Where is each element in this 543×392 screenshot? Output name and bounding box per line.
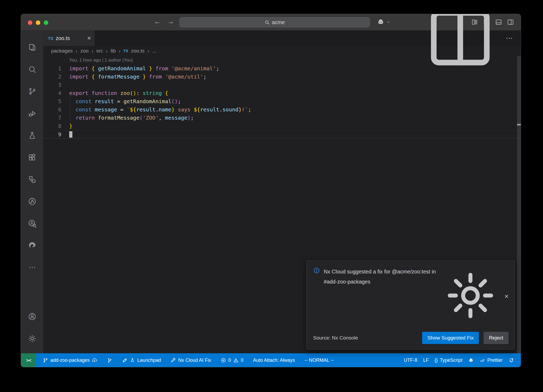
language-mode-item[interactable]: {} TypeScript xyxy=(432,353,465,367)
code-line-2[interactable]: 2import { formatMessage } from '@acme/ut… xyxy=(43,73,521,81)
chevron-separator: › xyxy=(106,48,108,54)
flask-icon xyxy=(130,358,135,363)
notification-close-icon[interactable]: × xyxy=(505,293,509,300)
git-branch-item[interactable]: add-zoo-packages xyxy=(40,353,100,367)
line-number: 7 xyxy=(43,114,61,122)
code-line-5[interactable]: 5 const result = getRandomAnimal(); xyxy=(43,97,521,106)
line-content xyxy=(61,130,72,138)
code-line-9[interactable]: 9 xyxy=(43,130,521,138)
chevron-down-icon xyxy=(386,20,391,24)
show-suggested-fix-button[interactable]: Show Suggested Fix xyxy=(422,332,479,344)
line-number: 5 xyxy=(43,97,61,106)
edge-icon xyxy=(28,241,37,250)
encoding-item[interactable]: UTF-8 xyxy=(401,353,420,367)
git-graph-item[interactable] xyxy=(104,353,115,367)
formatter-item[interactable]: Prettier xyxy=(477,353,506,367)
vim-mode-label: -- NORMAL -- xyxy=(304,358,334,363)
encoding-label: UTF-8 xyxy=(404,358,417,363)
tab-zoo-ts[interactable]: TS zoo.ts × xyxy=(43,31,95,46)
typescript-file-icon: TS xyxy=(123,49,128,53)
activity-bar-item-nx-console[interactable] xyxy=(21,168,43,190)
breadcrumb-lib[interactable]: lib xyxy=(111,48,116,54)
brackets-icon: {} xyxy=(435,358,438,363)
eol-item[interactable]: LF xyxy=(420,353,432,367)
zoom-window-button[interactable] xyxy=(44,20,48,25)
activity-bar-item-debug[interactable] xyxy=(21,102,43,124)
line-content: return formatMessage('ZOO', message); xyxy=(61,114,194,122)
branch-name: add-zoo-packages xyxy=(50,358,90,363)
activity-bar-item-nx-cloud[interactable] xyxy=(21,190,43,212)
activity-bar-item-testing[interactable] xyxy=(21,124,43,146)
nx-console-icon xyxy=(28,175,37,184)
line-content: import { formatMessage } from '@acme/uti… xyxy=(61,73,207,81)
notification-toast: Nx Cloud suggested a fix for @acme/zoo:t… xyxy=(306,260,515,350)
double-check-icon xyxy=(480,358,485,363)
cloud-upload-icon xyxy=(92,358,97,363)
activity-bar-item-extensions[interactable] xyxy=(21,146,43,168)
breadcrumb-file[interactable]: zoo.ts xyxy=(131,48,144,54)
search-icon xyxy=(265,20,270,25)
chevron-separator: › xyxy=(91,48,93,54)
line-content: const result = getRandomAnimal(); xyxy=(61,97,181,106)
copilot-status-item[interactable] xyxy=(465,353,477,367)
close-window-button[interactable] xyxy=(28,20,32,25)
screen: ← → acme xyxy=(0,0,543,392)
launchpad-item[interactable]: Launchpad xyxy=(119,353,164,367)
notifications-bell-item[interactable] xyxy=(506,353,517,367)
notification-settings-gear-icon[interactable] xyxy=(442,267,499,325)
close-tab-icon[interactable]: × xyxy=(87,35,91,41)
error-icon xyxy=(221,358,226,363)
breadcrumb-packages[interactable]: packages xyxy=(51,48,73,54)
forward-button[interactable]: → xyxy=(167,18,175,26)
warning-icon xyxy=(233,358,239,363)
code-line-6[interactable]: 6 const message = `${result.name} says $… xyxy=(43,106,521,114)
formatter-label: Prettier xyxy=(487,358,503,363)
reject-button[interactable]: Reject xyxy=(484,332,509,344)
activity-bar-item-files[interactable] xyxy=(21,36,43,58)
error-count: 0 xyxy=(228,358,231,363)
activity-bar-item-search[interactable] xyxy=(21,58,43,80)
copilot-menu[interactable] xyxy=(377,18,391,26)
auto-attach-item[interactable]: Auto Attach: Always xyxy=(250,353,298,367)
activity-bar-item-source-control[interactable] xyxy=(21,80,43,102)
breadcrumb-more[interactable]: ... xyxy=(152,48,156,54)
notification-source: Source: Nx Console xyxy=(313,335,358,341)
code-line-4[interactable]: 4export function zoo(): string { xyxy=(43,89,521,97)
activity-bar-item-more[interactable] xyxy=(21,256,43,278)
git-branch-icon xyxy=(43,358,48,363)
line-number: 3 xyxy=(43,81,61,89)
nx-cloud-fix-label: Nx Cloud AI Fix xyxy=(178,358,211,363)
settings-gear-icon xyxy=(28,334,37,343)
toggle-secondary-sidebar-icon[interactable] xyxy=(507,19,514,26)
breadcrumb: packages › zoo › src › lib › TS zoo.ts ›… xyxy=(43,46,521,56)
account-icon xyxy=(28,312,37,321)
nx-cloud-fix-item[interactable]: Nx Cloud AI Fix xyxy=(168,353,214,367)
remote-indicator[interactable]: >< xyxy=(21,353,36,367)
more-actions-icon[interactable]: ⋯ xyxy=(506,34,513,42)
code-line-8[interactable]: 8} xyxy=(43,122,521,130)
back-button[interactable]: ← xyxy=(154,18,161,26)
launchpad-label: Launchpad xyxy=(137,358,161,363)
code-line-3[interactable]: 3 xyxy=(43,81,521,89)
code-line-7[interactable]: 7 return formatMessage('ZOO', message); xyxy=(43,114,521,122)
tab-bar: TS zoo.ts × ⋯ xyxy=(43,31,521,46)
activity-bar-item-settings-gear[interactable] xyxy=(21,328,43,350)
indent-guide xyxy=(70,97,70,122)
problems-item[interactable]: 0 0 xyxy=(218,353,246,367)
vim-mode-item[interactable]: -- NORMAL -- xyxy=(301,353,336,367)
debug-icon xyxy=(28,109,37,118)
activity-bar-item-edge[interactable] xyxy=(21,234,43,256)
activity-bar xyxy=(21,31,43,353)
scrollbar[interactable] xyxy=(517,56,521,353)
auto-attach-label: Auto Attach: Always xyxy=(253,358,295,363)
block-cursor xyxy=(69,131,72,138)
line-number: 1 xyxy=(43,64,61,73)
minimize-window-button[interactable] xyxy=(36,20,40,25)
command-center-search[interactable]: acme xyxy=(179,17,370,27)
breadcrumb-zoo[interactable]: zoo xyxy=(80,48,89,54)
activity-bar-item-account[interactable] xyxy=(21,306,43,328)
breadcrumb-src[interactable]: src xyxy=(96,48,103,54)
window-controls xyxy=(28,20,48,25)
activity-bar-item-nx-graph[interactable] xyxy=(21,212,43,234)
code-line-1[interactable]: 1import { getRandomAnimal } from '@acme/… xyxy=(43,64,521,73)
